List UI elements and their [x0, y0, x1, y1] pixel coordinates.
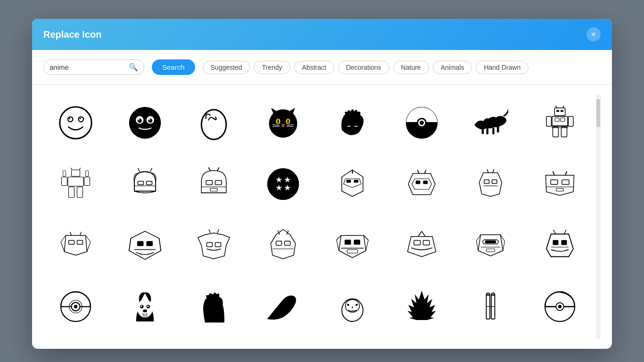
- filter-abstract[interactable]: Abstract: [294, 61, 334, 74]
- modal-title: Replace Icon: [43, 29, 101, 40]
- icon-cell[interactable]: [528, 156, 592, 212]
- svg-rect-36: [554, 108, 565, 116]
- svg-point-2: [78, 116, 83, 122]
- icon-cell[interactable]: [113, 217, 177, 273]
- icon-cell[interactable]: [528, 217, 592, 273]
- icon-cell[interactable]: [459, 156, 523, 212]
- svg-rect-58: [85, 171, 88, 176]
- icon-cell[interactable]: [389, 217, 454, 273]
- svg-point-18: [278, 119, 279, 123]
- svg-rect-100: [207, 242, 213, 247]
- icon-cell[interactable]: [389, 278, 454, 335]
- svg-rect-62: [146, 181, 152, 185]
- svg-point-31: [420, 121, 424, 125]
- svg-rect-34: [493, 127, 495, 134]
- icon-cell[interactable]: [251, 217, 315, 273]
- svg-point-0: [60, 107, 92, 139]
- svg-rect-90: [551, 180, 558, 184]
- icon-cell[interactable]: [43, 339, 108, 349]
- filter-nature[interactable]: Nature: [393, 61, 429, 74]
- svg-line-59: [138, 168, 140, 172]
- icon-cell[interactable]: [182, 156, 247, 212]
- icon-cell[interactable]: [459, 94, 523, 151]
- svg-point-142: [352, 306, 353, 308]
- svg-point-1: [68, 116, 73, 122]
- icon-cell[interactable]: [459, 278, 523, 335]
- icon-cell[interactable]: [320, 278, 385, 335]
- svg-point-140: [347, 304, 349, 306]
- icon-cell[interactable]: [182, 217, 247, 273]
- svg-rect-98: [137, 241, 144, 246]
- svg-rect-43: [561, 118, 565, 122]
- filter-suggested[interactable]: Suggested: [203, 61, 250, 74]
- icon-cell[interactable]: [43, 156, 108, 212]
- icon-cell[interactable]: [528, 94, 592, 151]
- svg-rect-61: [138, 181, 143, 185]
- icon-cell[interactable]: [113, 156, 177, 212]
- svg-point-134: [143, 309, 147, 312]
- svg-line-65: [217, 167, 219, 171]
- icon-cell[interactable]: [113, 94, 177, 151]
- icon-cell[interactable]: [43, 217, 108, 273]
- svg-text:★: ★: [275, 183, 282, 192]
- filter-animals[interactable]: Animals: [433, 61, 472, 74]
- icon-cell[interactable]: ★ ★ ★ ★: [251, 156, 315, 212]
- svg-rect-109: [345, 239, 351, 245]
- search-input[interactable]: [50, 63, 125, 71]
- svg-rect-52: [68, 177, 83, 186]
- close-button[interactable]: ×: [586, 27, 601, 41]
- svg-rect-42: [555, 118, 559, 122]
- icon-cell[interactable]: [389, 94, 454, 151]
- svg-point-132: [140, 305, 142, 307]
- icons-grid: ★ ★ ★ ★: [43, 94, 592, 339]
- svg-rect-55: [68, 187, 74, 197]
- svg-rect-47: [561, 127, 567, 137]
- svg-rect-110: [354, 239, 360, 245]
- icon-cell[interactable]: [43, 278, 108, 335]
- svg-rect-56: [77, 187, 83, 197]
- svg-rect-57: [63, 171, 66, 176]
- svg-point-25: [344, 119, 362, 135]
- svg-rect-37: [556, 110, 559, 112]
- svg-rect-80: [423, 181, 428, 184]
- filter-hand-drawn[interactable]: Hand Drawn: [476, 61, 528, 74]
- scrollbar-thumb[interactable]: [596, 99, 600, 127]
- icon-cell[interactable]: [320, 217, 385, 273]
- replace-icon-modal: Replace Icon × 🔍 Search Suggested Trendy…: [32, 19, 612, 349]
- modal-toolbar: 🔍 Search Suggested Trendy Abstract Decor…: [32, 50, 612, 85]
- icon-cell[interactable]: [528, 278, 592, 335]
- svg-point-127: [74, 304, 78, 308]
- svg-point-12: [202, 109, 227, 139]
- svg-rect-69: [210, 188, 217, 191]
- svg-rect-79: [415, 181, 420, 184]
- svg-rect-114: [423, 240, 429, 245]
- icon-cell[interactable]: [320, 156, 385, 212]
- svg-line-81: [417, 170, 419, 173]
- icon-cell[interactable]: [389, 156, 454, 212]
- svg-rect-44: [546, 116, 552, 126]
- filter-decorations[interactable]: Decorations: [338, 61, 389, 74]
- filter-trendy[interactable]: Trendy: [254, 61, 290, 74]
- svg-rect-99: [146, 241, 153, 246]
- svg-point-11: [149, 119, 150, 120]
- icon-cell[interactable]: [459, 217, 523, 273]
- svg-rect-67: [215, 181, 222, 185]
- icon-cell[interactable]: [251, 278, 315, 335]
- svg-line-64: [209, 167, 211, 171]
- svg-point-151: [558, 304, 562, 308]
- svg-rect-101: [215, 242, 221, 247]
- icon-cell[interactable]: [113, 278, 177, 335]
- svg-rect-49: [71, 170, 80, 176]
- icon-cell[interactable]: [320, 94, 385, 151]
- svg-line-97: [80, 232, 81, 236]
- icon-cell[interactable]: [182, 278, 247, 335]
- search-button[interactable]: Search: [152, 59, 195, 75]
- icon-cell[interactable]: [182, 94, 247, 151]
- search-box: 🔍: [43, 59, 144, 75]
- svg-rect-121: [553, 240, 559, 245]
- scrollbar-track[interactable]: [596, 94, 601, 339]
- icon-cell[interactable]: [251, 94, 315, 151]
- icon-cell[interactable]: [43, 94, 108, 151]
- svg-line-96: [70, 232, 71, 236]
- svg-text:★: ★: [284, 175, 291, 183]
